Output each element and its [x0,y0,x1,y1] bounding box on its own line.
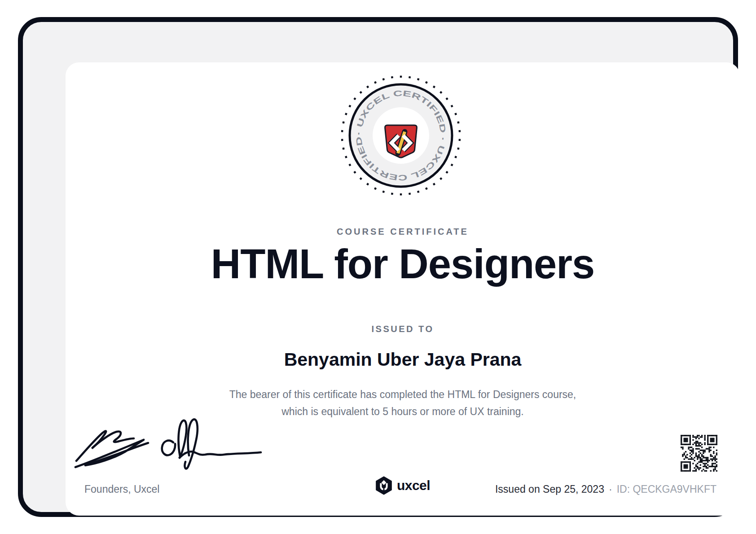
qr-code-modules [681,435,717,472]
issued-on-date: Issued on Sep 25, 2023 [495,483,604,495]
signature-two-icon [162,419,261,468]
issuance-line: Issued on Sep 25, 2023·ID: QECKGA9VHKFT [495,483,716,495]
qr-code [681,435,717,472]
code-shield-icon [385,125,417,158]
certificate-frame: · UXCEL CERTIFIED · UXCEL CERTIFIED COUR… [18,17,738,517]
course-title: HTML for Designers [66,237,740,290]
issuance-separator: · [609,483,612,495]
signature-one-icon [75,431,148,467]
uxcel-logo-icon [375,476,392,495]
certificate-id: ID: QECKGA9VHKFT [617,483,716,495]
uxcel-certified-badge: · UXCEL CERTIFIED · UXCEL CERTIFIED [338,73,464,198]
course-certificate-label: COURSE CERTIFICATE [66,227,740,237]
description-line-1: The bearer of this certificate has compl… [229,389,576,400]
recipient-name: Benyamin Uber Jaya Prana [66,348,740,371]
description-line-2: which is equivalent to 5 hours or more o… [281,406,524,417]
certificate-page: · UXCEL CERTIFIED · UXCEL CERTIFIED COUR… [0,0,756,534]
issued-to-label: ISSUED TO [66,324,740,334]
certificate-card: · UXCEL CERTIFIED · UXCEL CERTIFIED COUR… [66,62,740,516]
brand-name: uxcel [397,478,430,493]
founders-signatures [72,415,269,476]
